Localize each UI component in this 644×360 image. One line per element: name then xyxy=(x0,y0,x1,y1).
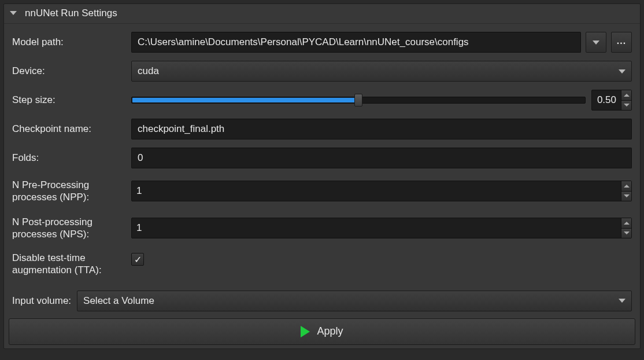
nps-spinbox[interactable]: 1 xyxy=(131,218,632,238)
slider-thumb[interactable] xyxy=(354,94,362,106)
npp-spinbox[interactable]: 1 xyxy=(131,181,632,201)
chevron-up-icon xyxy=(624,185,630,188)
label-checkpoint-name: Checkpoint name: xyxy=(12,123,131,135)
browse-button[interactable]: ... xyxy=(611,32,632,53)
npp-down[interactable] xyxy=(621,192,631,201)
device-combo[interactable]: cuda xyxy=(131,61,632,82)
panel-footer: Input volume: Select a Volume Apply xyxy=(4,289,640,348)
model-path-input[interactable]: C:\Users\amine\Documents\Personal\PYCAD\… xyxy=(131,32,581,53)
chevron-down-icon xyxy=(624,194,630,197)
row-input-volume: Input volume: Select a Volume xyxy=(8,289,636,313)
chevron-down-icon xyxy=(624,232,630,234)
collapse-triangle-icon xyxy=(10,11,17,15)
folds-input[interactable]: 0 xyxy=(131,148,632,168)
label-npp: N Pre-Processing processes (NPP): xyxy=(12,179,131,204)
play-icon xyxy=(301,326,310,337)
slider-fill xyxy=(132,98,356,102)
label-device: Device: xyxy=(12,65,131,77)
label-folds: Folds: xyxy=(12,152,131,164)
check-icon: ✓ xyxy=(134,254,142,265)
chevron-down-icon xyxy=(619,299,626,303)
tta-checkbox[interactable]: ✓ xyxy=(131,253,144,266)
row-device: Device: cuda xyxy=(12,61,632,82)
nps-up[interactable] xyxy=(621,218,631,229)
ellipsis-icon: ... xyxy=(617,36,626,46)
row-checkpoint-name: Checkpoint name: checkpoint_final.pth xyxy=(12,119,632,139)
row-model-path: Model path: C:\Users\amine\Documents\Per… xyxy=(12,32,632,53)
step-size-down[interactable] xyxy=(621,101,631,111)
npp-up[interactable] xyxy=(621,181,631,192)
npp-value[interactable]: 1 xyxy=(132,181,621,201)
input-volume-value: Select a Volume xyxy=(83,295,154,307)
step-size-up[interactable] xyxy=(621,90,631,101)
chevron-up-icon xyxy=(624,222,630,225)
label-tta: Disable test-time augmentation (TTA): xyxy=(12,252,131,277)
apply-button[interactable]: Apply xyxy=(9,318,635,345)
step-size-value[interactable]: 0.50 xyxy=(592,90,621,110)
device-value: cuda xyxy=(138,65,159,77)
row-folds: Folds: 0 xyxy=(12,148,632,168)
panel-header[interactable]: nnUNet Run Settings xyxy=(4,4,640,24)
row-nps: N Post-processing processes (NPS): 1 xyxy=(12,214,632,243)
settings-panel: nnUNet Run Settings Model path: C:\Users… xyxy=(3,3,641,349)
input-volume-combo[interactable]: Select a Volume xyxy=(77,291,632,311)
chevron-down-icon xyxy=(619,69,626,74)
label-input-volume: Input volume: xyxy=(12,295,71,307)
step-size-spinbox[interactable]: 0.50 xyxy=(591,90,632,111)
nps-down[interactable] xyxy=(621,229,631,238)
row-step-size: Step size: 0.50 xyxy=(12,90,632,111)
label-nps: N Post-processing processes (NPS): xyxy=(12,216,131,241)
apply-label: Apply xyxy=(317,325,343,337)
row-npp: N Pre-Processing processes (NPP): 1 xyxy=(12,177,632,205)
chevron-down-icon xyxy=(593,41,599,45)
row-tta: Disable test-time augmentation (TTA): ✓ xyxy=(12,251,632,277)
step-size-slider[interactable] xyxy=(131,90,586,111)
panel-title: nnUNet Run Settings xyxy=(25,8,117,19)
chevron-down-icon xyxy=(624,104,630,106)
model-path-history-button[interactable] xyxy=(586,32,606,53)
label-model-path: Model path: xyxy=(12,36,131,48)
chevron-up-icon xyxy=(624,94,630,97)
panel-body: Model path: C:\Users\amine\Documents\Per… xyxy=(4,24,640,289)
nps-value[interactable]: 1 xyxy=(132,218,621,238)
checkpoint-name-input[interactable]: checkpoint_final.pth xyxy=(131,119,632,139)
label-step-size: Step size: xyxy=(12,94,131,106)
